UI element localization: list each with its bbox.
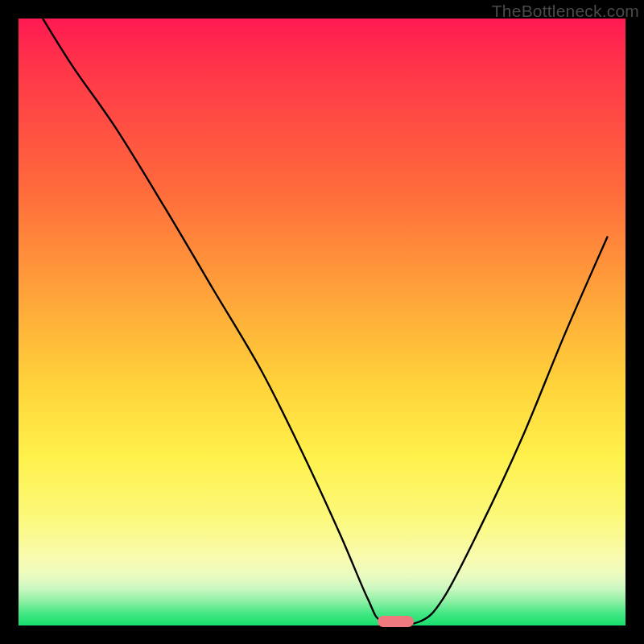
watermark-text: TheBottleneck.com (492, 2, 639, 21)
plot-area (19, 19, 625, 625)
bottleneck-curve (19, 19, 625, 625)
curve-path (43, 19, 607, 625)
optimal-marker (378, 616, 414, 627)
chart-frame: TheBottleneck.com (0, 0, 644, 644)
